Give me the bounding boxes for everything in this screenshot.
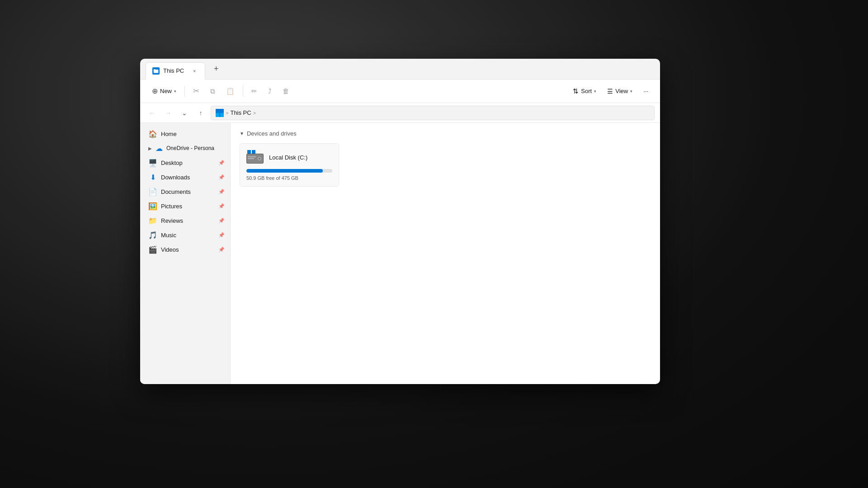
drive-progress-bar [246,169,332,173]
sidebar-music-label: Music [161,232,176,239]
sidebar-home-label: Home [161,131,177,137]
downloads-icon: ⬇ [148,173,157,182]
svg-point-5 [259,158,260,160]
rename-icon: ✏ [251,87,257,95]
more-icon: ··· [643,88,648,94]
devices-section-label: Devices and drives [247,130,297,137]
paste-icon: 📋 [226,87,235,95]
new-dropdown-icon: ▾ [174,89,176,94]
delete-button[interactable]: 🗑 [278,83,294,99]
onedrive-icon: ☁ [155,144,164,153]
svg-rect-7 [248,158,254,159]
cut-icon: ✂ [193,86,199,96]
sidebar-item-onedrive[interactable]: ▶ ☁ OneDrive - Persona [142,141,228,155]
drive-space-text: 50.9 GB free of 475 GB [246,175,332,181]
share-button[interactable]: ⤴ [264,83,276,99]
breadcrumb-pc-icon [216,109,224,117]
reviews-icon: 📁 [148,216,157,225]
share-icon: ⤴ [268,87,272,95]
pictures-pin-icon: 📌 [218,203,225,209]
sidebar-reviews-label: Reviews [161,217,183,224]
cut-button[interactable]: ✂ [189,83,204,99]
sort-button[interactable]: ⇅ Sort ▾ [568,83,601,99]
content-area: 🏠 Home ▶ ☁ OneDrive - Persona 🖥️ Desktop… [140,123,660,384]
music-icon: 🎵 [148,230,157,239]
up-button[interactable]: ↑ [194,107,207,119]
sidebar-item-pictures[interactable]: 🖼️ Pictures 📌 [142,199,228,213]
view-dropdown-icon: ▾ [630,89,632,94]
drive-hdd-icon [246,153,264,165]
address-bar: ← → ⌄ ↑ > This PC > [140,103,660,123]
sort-icon: ⇅ [573,87,579,95]
file-explorer-window: This PC × + ⊕ New ▾ ✂ ⧉ 📋 ✏ [140,59,660,384]
tab-this-pc[interactable]: This PC × [146,62,205,80]
sidebar-desktop-label: Desktop [161,160,183,166]
sidebar-pictures-label: Pictures [161,203,182,210]
section-collapse-icon: ▼ [240,131,244,136]
breadcrumb-sep-2: > [253,110,256,116]
devices-section-header: ▼ Devices and drives [240,130,651,137]
back-button[interactable]: ← [146,107,158,119]
tab-close-button[interactable]: × [190,67,198,75]
paste-button[interactable]: 📋 [222,83,239,99]
breadcrumb[interactable]: > This PC > [211,106,655,120]
documents-pin-icon: 📌 [218,189,225,195]
reviews-pin-icon: 📌 [218,218,225,224]
sidebar: 🏠 Home ▶ ☁ OneDrive - Persona 🖥️ Desktop… [140,123,231,384]
new-button[interactable]: ⊕ New ▾ [147,83,181,99]
sidebar-item-home[interactable]: 🏠 Home [142,127,228,141]
sidebar-item-documents[interactable]: 📄 Documents 📌 [142,184,228,199]
separator-2 [243,86,243,97]
new-label: New [160,88,172,94]
tab-folder-icon [152,67,160,75]
pictures-icon: 🖼️ [148,202,157,211]
music-pin-icon: 📌 [218,232,225,238]
drive-label: Local Disk (C:) [269,154,307,161]
sidebar-item-videos[interactable]: 🎬 Videos 📌 [142,242,228,257]
breadcrumb-sep-1: > [226,110,228,116]
drive-progress-fill [246,169,323,173]
title-bar: This PC × + [140,59,660,80]
dropdown-button[interactable]: ⌄ [178,107,191,119]
new-tab-button[interactable]: + [209,62,223,76]
windows-logo [216,109,224,117]
sort-dropdown-icon: ▾ [594,89,596,94]
svg-rect-1 [154,69,156,70]
copy-icon: ⧉ [210,87,215,95]
copy-button[interactable]: ⧉ [206,83,220,99]
view-button[interactable]: ☰ View ▾ [603,83,637,99]
onedrive-expand-icon: ▶ [148,146,152,151]
drive-icon-container [246,149,264,165]
file-area: ▼ Devices and drives [231,123,660,384]
tab-label: This PC [163,67,184,74]
sidebar-item-downloads[interactable]: ⬇ Downloads 📌 [142,170,228,184]
drive-header: Local Disk (C:) [246,149,332,165]
videos-pin-icon: 📌 [218,247,225,253]
sidebar-documents-label: Documents [161,188,191,195]
breadcrumb-this-pc: This PC [230,109,251,116]
sidebar-item-desktop[interactable]: 🖥️ Desktop 📌 [142,155,228,170]
videos-icon: 🎬 [148,245,157,254]
sort-label: Sort [581,88,592,94]
sidebar-videos-label: Videos [161,246,179,253]
documents-icon: 📄 [148,187,157,196]
local-disk-c-item[interactable]: Local Disk (C:) 50.9 GB free of 475 GB [240,143,339,187]
new-icon: ⊕ [152,87,158,95]
title-bar-left: This PC × + [146,61,655,78]
delete-icon: 🗑 [283,87,289,95]
sidebar-item-reviews[interactable]: 📁 Reviews 📌 [142,213,228,228]
svg-rect-6 [248,156,256,157]
view-label: View [615,88,628,94]
sidebar-onedrive-label: OneDrive - Persona [166,145,214,151]
sidebar-item-music[interactable]: 🎵 Music 📌 [142,228,228,242]
downloads-pin-icon: 📌 [218,174,225,180]
desktop-icon: 🖥️ [148,158,157,167]
forward-button[interactable]: → [162,107,175,119]
more-button[interactable]: ··· [639,83,653,99]
sidebar-downloads-label: Downloads [161,174,190,181]
desktop-pin-icon: 📌 [218,160,225,166]
toolbar: ⊕ New ▾ ✂ ⧉ 📋 ✏ ⤴ 🗑 [140,80,660,103]
separator-1 [184,86,185,97]
view-icon: ☰ [607,88,613,95]
rename-button[interactable]: ✏ [247,83,262,99]
